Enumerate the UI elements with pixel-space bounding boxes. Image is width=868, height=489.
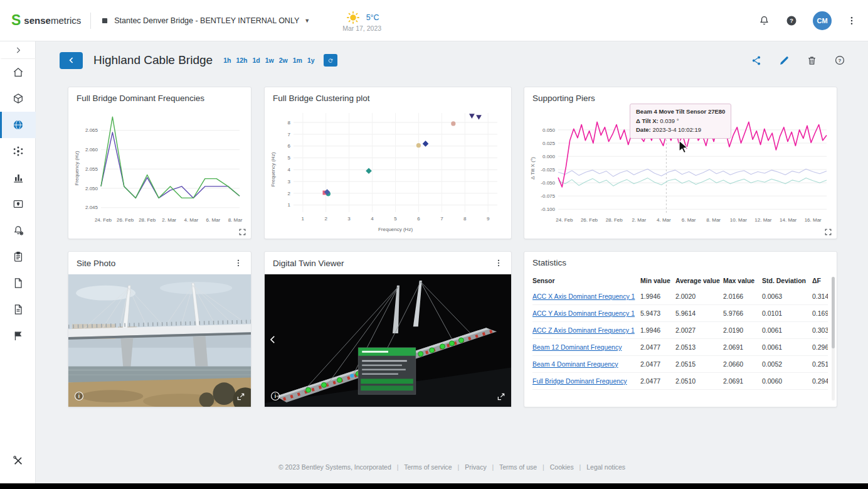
svg-text:2.060: 2.060 bbox=[85, 147, 98, 153]
sidebar-item-home[interactable] bbox=[0, 59, 36, 85]
project-selector[interactable]: Stantec Denver Bridge - BENTLEY INTERNAL… bbox=[100, 16, 310, 25]
weather-widget[interactable]: 5°C Mar 17, 2023 bbox=[342, 9, 381, 32]
time-range-1d[interactable]: 1d bbox=[252, 56, 260, 64]
sidebar-item-documents[interactable] bbox=[0, 270, 36, 296]
footer-link-terms-of-use[interactable]: Terms of use bbox=[499, 463, 537, 471]
svg-text:8. Mar: 8. Mar bbox=[228, 217, 243, 223]
viewer-open-button[interactable] bbox=[496, 392, 506, 402]
expand-chart-button[interactable] bbox=[824, 228, 832, 236]
sidebar-item-connectivity[interactable] bbox=[0, 112, 36, 138]
avatar[interactable]: CM bbox=[813, 11, 832, 30]
sensor-link[interactable]: ACC Y Axis Dominant Frequency 1 bbox=[532, 309, 635, 317]
chevron-down-icon: ▼ bbox=[304, 18, 310, 24]
svg-text:i: i bbox=[275, 394, 276, 399]
notifications-button[interactable] bbox=[758, 14, 770, 26]
footer-link-privacy[interactable]: Privacy bbox=[465, 463, 486, 471]
scrollbar-thumb[interactable] bbox=[832, 277, 835, 348]
svg-text:-0.100: -0.100 bbox=[541, 207, 555, 212]
table-row: Beam 4 Dominant Frequency 2.0477 2.0515 … bbox=[532, 356, 828, 373]
clipboard-icon bbox=[12, 250, 24, 263]
stat-value: 2.0190 bbox=[723, 322, 762, 339]
tooltip-sensor-name: Beam 4 Move Tilt Sensor 27E80 bbox=[636, 107, 725, 117]
sidebar-item-flags[interactable] bbox=[0, 323, 36, 349]
footer-link-legal-notices[interactable]: Legal notices bbox=[586, 463, 625, 471]
card-clustering-plot: Full Bridge Clustering plot 123456781234… bbox=[264, 87, 512, 239]
sensor-link[interactable]: ACC X Axis Dominant Frequency 1 bbox=[532, 293, 635, 300]
delete-button[interactable] bbox=[807, 55, 817, 66]
sidebar-item-reports[interactable] bbox=[0, 244, 36, 270]
time-range-1h[interactable]: 1h bbox=[223, 56, 231, 64]
svg-text:6: 6 bbox=[417, 216, 420, 222]
stats-column-header: Std. Deviation bbox=[762, 273, 812, 288]
sidebar-item-devices[interactable] bbox=[0, 85, 36, 112]
sensor-link[interactable]: Beam 4 Dominant Frequency bbox=[532, 360, 618, 368]
svg-text:5: 5 bbox=[394, 216, 397, 222]
svg-text:8: 8 bbox=[288, 120, 291, 126]
sensor-link[interactable]: Full Bridge Dominant Frequency bbox=[532, 377, 627, 385]
footer-link-cookies[interactable]: Cookies bbox=[550, 463, 574, 471]
sun-icon bbox=[345, 9, 361, 26]
edit-button[interactable] bbox=[779, 55, 790, 66]
frequencies-chart[interactable]: 2.0452.0502.0552.0602.06524. Feb26. Feb2… bbox=[72, 107, 247, 230]
share-button[interactable] bbox=[751, 55, 762, 66]
page-title: Highland Cable Bridge bbox=[93, 53, 213, 67]
card-menu-button[interactable] bbox=[234, 258, 243, 268]
back-button[interactable] bbox=[60, 52, 83, 69]
card-title: Full Bridge Clustering plot bbox=[273, 94, 370, 103]
sidebar-item-alerts[interactable] bbox=[0, 217, 36, 244]
time-range-1m[interactable]: 1m bbox=[293, 56, 302, 64]
svg-text:6: 6 bbox=[288, 143, 291, 149]
stat-value: 2.0477 bbox=[640, 356, 675, 373]
expand-sidebar-button[interactable] bbox=[0, 41, 36, 59]
digital-twin-viewer[interactable]: i bbox=[265, 274, 511, 407]
card-site-photo: Site Photo bbox=[68, 251, 251, 407]
sensor-link[interactable]: ACC Z Axis Dominant Frequency 1 bbox=[532, 326, 635, 334]
svg-text:24. Feb: 24. Feb bbox=[556, 217, 573, 223]
table-row: Full Bridge Dominant Frequency 2.0477 2.… bbox=[532, 373, 828, 390]
stat-value: 0.2513 bbox=[812, 356, 828, 373]
sidebar-item-map[interactable] bbox=[0, 191, 36, 217]
sidebar-item-tools[interactable] bbox=[0, 448, 36, 474]
flag-icon bbox=[12, 330, 24, 342]
photo-info-button[interactable]: i bbox=[73, 390, 85, 402]
brand-logo[interactable]: S sensemetrics bbox=[11, 13, 81, 28]
auto-refresh-button[interactable] bbox=[324, 54, 337, 67]
photo-open-button[interactable] bbox=[236, 392, 246, 402]
svg-text:8: 8 bbox=[463, 216, 467, 222]
time-range-1y[interactable]: 1y bbox=[307, 56, 315, 64]
brand-name: sensemetrics bbox=[24, 15, 81, 26]
time-range-2w[interactable]: 2w bbox=[279, 56, 288, 64]
expand-chart-button[interactable] bbox=[238, 228, 246, 236]
sensor-link[interactable]: Beam 12 Dominant Frequency bbox=[532, 343, 622, 351]
viewer-prev-button[interactable] bbox=[267, 334, 278, 345]
help-button[interactable]: ? bbox=[785, 14, 798, 27]
time-range-1w[interactable]: 1w bbox=[265, 56, 274, 64]
sidebar-item-analytics[interactable] bbox=[0, 164, 36, 191]
stat-value: 2.0513 bbox=[675, 339, 723, 356]
card-title: Digital Twin Viewer bbox=[273, 259, 344, 268]
stat-value: 0.0061 bbox=[762, 339, 812, 356]
svg-text:4. Mar: 4. Mar bbox=[184, 217, 198, 223]
footer-link-terms-of-service[interactable]: Terms of service bbox=[404, 463, 452, 471]
svg-text:16. Mar: 16. Mar bbox=[805, 217, 822, 223]
stat-value: 2.0691 bbox=[723, 373, 762, 390]
open-in-new-icon bbox=[496, 392, 506, 402]
sidebar-item-templates[interactable] bbox=[0, 296, 36, 323]
bar-chart-icon bbox=[12, 171, 24, 184]
sensor-popup[interactable] bbox=[358, 348, 416, 394]
kebab-menu-icon bbox=[494, 258, 503, 268]
time-range-12h[interactable]: 12h bbox=[236, 56, 247, 64]
stat-value: 2.0515 bbox=[675, 356, 723, 373]
stat-value: 0.1696 bbox=[812, 305, 828, 322]
svg-text:10. Mar: 10. Mar bbox=[730, 217, 747, 223]
stats-column-header: Average value bbox=[675, 273, 723, 288]
viewer-info-button[interactable]: i bbox=[270, 390, 281, 402]
stat-value: 1.9946 bbox=[640, 288, 675, 305]
app-window: S sensemetrics Stantec Denver Bridge - B… bbox=[0, 0, 868, 489]
cube-icon bbox=[12, 92, 24, 105]
clustering-chart[interactable]: 12345678123456789Frequency (Hz)Frequency… bbox=[268, 107, 507, 232]
overflow-menu-button[interactable] bbox=[847, 15, 857, 26]
sidebar-item-clusters[interactable] bbox=[0, 138, 36, 164]
card-menu-button[interactable] bbox=[494, 258, 503, 268]
page-help-button[interactable]: ? bbox=[834, 55, 845, 66]
